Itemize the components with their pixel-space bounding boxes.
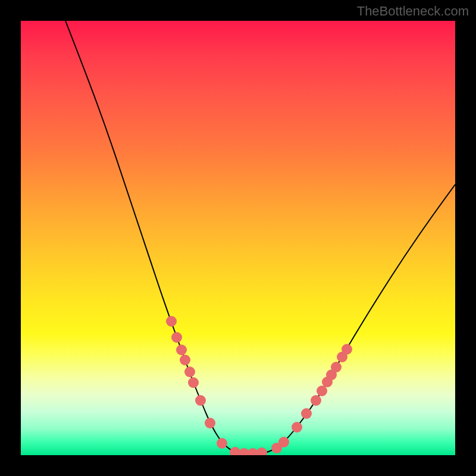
data-marker — [195, 395, 206, 406]
data-marker — [171, 332, 182, 343]
data-marker — [256, 447, 267, 455]
data-marker — [342, 344, 352, 355]
data-marker — [205, 418, 215, 428]
data-marker — [331, 362, 342, 372]
data-marker — [176, 345, 187, 355]
data-marker — [311, 395, 321, 406]
data-marker — [188, 377, 199, 388]
watermark-text: TheBottleneck.com — [357, 4, 469, 19]
chart-svg — [21, 21, 455, 455]
data-marker — [301, 408, 312, 419]
data-marker — [184, 367, 195, 377]
data-marker — [317, 386, 327, 396]
bottleneck-curve — [65, 21, 455, 454]
data-marker — [166, 316, 177, 327]
data-marker — [217, 438, 227, 449]
data-marker — [278, 437, 289, 447]
data-markers — [166, 316, 352, 455]
data-marker — [292, 422, 302, 433]
data-marker — [180, 355, 190, 365]
